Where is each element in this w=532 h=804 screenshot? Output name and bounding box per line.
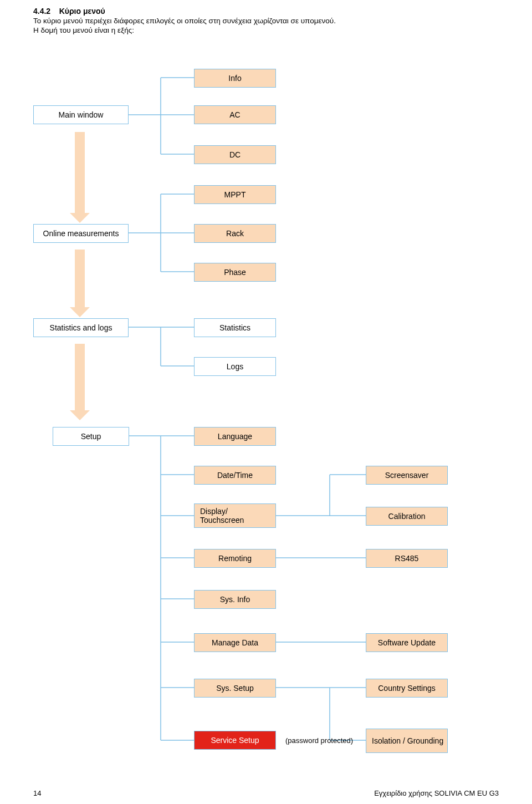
node-sys-setup: Sys. Setup: [194, 679, 276, 698]
page: 4.4.2 Κύριο μενού Το κύριο μενού περιέχε…: [0, 0, 532, 804]
footer: 14 Εγχειρίδιο χρήσης SOLIVIA CM EU G3: [33, 789, 499, 797]
node-sys-info: Sys. Info: [194, 590, 276, 609]
node-statistics-and-logs: Statistics and logs: [33, 318, 129, 337]
node-label: Language: [218, 432, 252, 441]
node-setup: Setup: [53, 427, 129, 446]
node-mppt: MPPT: [194, 185, 276, 204]
node-label: Sys. Setup: [216, 684, 254, 693]
node-label: Country Settings: [378, 684, 436, 693]
node-label: Phase: [224, 268, 246, 277]
section-heading: 4.4.2 Κύριο μενού: [33, 7, 499, 16]
node-language: Language: [194, 427, 276, 446]
node-online-measurements: Online measurements: [33, 224, 129, 243]
node-date-time: Date/Time: [194, 466, 276, 485]
node-rack: Rack: [194, 224, 276, 243]
node-label: MPPT: [224, 190, 246, 199]
section-title: Κύριο μενού: [59, 7, 105, 16]
flow-arrow-icon: [75, 132, 85, 213]
node-phase: Phase: [194, 263, 276, 282]
node-label: Isolation / Grounding: [372, 736, 443, 745]
node-remoting: Remoting: [194, 549, 276, 568]
node-label: Date/Time: [217, 471, 253, 480]
node-label: RS485: [395, 554, 419, 563]
node-label: Info: [228, 74, 241, 83]
node-label: Remoting: [218, 554, 252, 563]
node-isolation-grounding: Isolation / Grounding: [366, 729, 448, 753]
node-label: Setup: [81, 432, 101, 441]
flow-arrow-icon: [75, 250, 85, 307]
node-info: Info: [194, 69, 276, 88]
node-label: Service Setup: [211, 736, 259, 745]
node-country-settings: Country Settings: [366, 679, 448, 698]
node-statistics: Statistics: [194, 318, 276, 337]
node-label: Display/ Touchscreen: [200, 507, 272, 525]
doc-title: Εγχειρίδιο χρήσης SOLIVIA CM EU G3: [374, 789, 499, 797]
node-label: Sys. Info: [220, 595, 250, 604]
node-service-setup: Service Setup: [194, 731, 276, 750]
node-label: Rack: [226, 229, 244, 238]
node-rs485: RS485: [366, 549, 448, 568]
node-software-update: Software Update: [366, 633, 448, 652]
node-label: Statistics and logs: [50, 323, 112, 332]
flow-arrow-icon: [75, 344, 85, 410]
node-main-window: Main window: [33, 105, 129, 124]
node-label: Statistics: [219, 323, 250, 332]
node-label: Logs: [227, 362, 243, 371]
password-protected-label: (password protected): [285, 736, 353, 745]
node-screensaver: Screensaver: [366, 466, 448, 485]
node-dc: DC: [194, 145, 276, 164]
node-label: Calibration: [388, 512, 426, 521]
node-calibration: Calibration: [366, 507, 448, 526]
intro-line-2: Η δομή του μενού είναι η εξής:: [33, 26, 499, 34]
section-number: 4.4.2: [33, 7, 50, 16]
node-label: Main window: [59, 110, 104, 119]
node-label: DC: [229, 150, 241, 159]
node-display-touchscreen: Display/ Touchscreen: [194, 503, 276, 528]
page-number: 14: [33, 789, 41, 797]
node-label: Online measurements: [43, 229, 119, 238]
intro-line-1: Το κύριο μενού περιέχει διάφορες επιλογέ…: [33, 17, 499, 25]
header: 4.4.2 Κύριο μενού Το κύριο μενού περιέχε…: [33, 7, 499, 34]
node-ac: AC: [194, 105, 276, 124]
node-label: AC: [229, 110, 240, 119]
node-label: Manage Data: [212, 638, 258, 647]
node-manage-data: Manage Data: [194, 633, 276, 652]
node-label: Screensaver: [385, 471, 429, 480]
node-logs: Logs: [194, 357, 276, 376]
node-label: Software Update: [378, 638, 436, 647]
